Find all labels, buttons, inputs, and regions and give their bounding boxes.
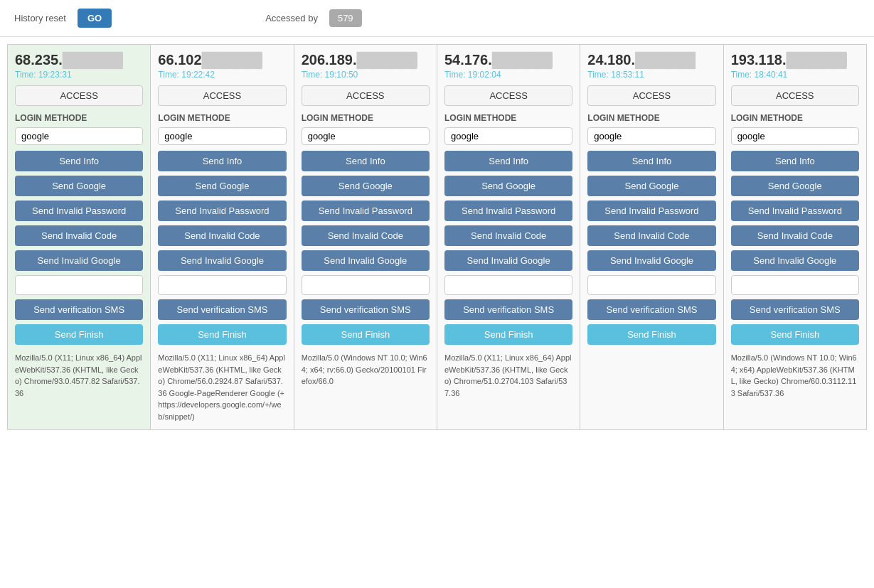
sms-input[interactable] xyxy=(302,275,430,295)
access-button[interactable]: ACCESS xyxy=(731,85,859,106)
ip-blurred: ██████ xyxy=(787,52,847,68)
send-verification-sms-button[interactable]: Send verification SMS xyxy=(731,299,859,320)
ip-blurred: ██████ xyxy=(635,52,696,68)
send-verification-sms-button[interactable]: Send verification SMS xyxy=(15,299,143,320)
go-button[interactable]: GO xyxy=(78,9,112,28)
send-finish-button[interactable]: Send Finish xyxy=(302,324,430,345)
login-method-input[interactable] xyxy=(15,127,143,145)
column-4: 24.180.██████ Time: 18:53:11 ACCESS LOGI… xyxy=(580,44,723,430)
send-invalid-code-button[interactable]: Send Invalid Code xyxy=(731,225,859,246)
send-finish-button[interactable]: Send Finish xyxy=(15,324,143,345)
ip-address: 206.189.██████ xyxy=(302,52,430,68)
send-info-button[interactable]: Send Info xyxy=(444,151,572,171)
time-label: Time: 19:22:42 xyxy=(158,70,286,80)
ip-blurred: ██████ xyxy=(357,52,417,68)
time-label: Time: 19:02:04 xyxy=(444,70,572,80)
send-google-button[interactable]: Send Google xyxy=(731,176,859,196)
send-google-button[interactable]: Send Google xyxy=(158,176,286,196)
login-methode-label: LOGIN METHODE xyxy=(587,113,715,123)
send-invalid-password-button[interactable]: Send Invalid Password xyxy=(158,201,286,221)
send-invalid-google-button[interactable]: Send Invalid Google xyxy=(15,250,143,271)
user-agent: Mozilla/5.0 (Windows NT 10.0; Win64; x64… xyxy=(731,352,859,399)
access-button[interactable]: ACCESS xyxy=(587,85,715,106)
send-google-button[interactable]: Send Google xyxy=(587,176,715,196)
ip-address: 68.235.██████ xyxy=(15,52,143,68)
send-invalid-google-button[interactable]: Send Invalid Google xyxy=(444,250,572,271)
sms-input[interactable] xyxy=(158,275,286,295)
send-finish-button[interactable]: Send Finish xyxy=(731,324,859,345)
send-finish-button[interactable]: Send Finish xyxy=(158,324,286,345)
send-invalid-code-button[interactable]: Send Invalid Code xyxy=(587,225,715,246)
send-info-button[interactable]: Send Info xyxy=(731,151,859,171)
send-google-button[interactable]: Send Google xyxy=(444,176,572,196)
send-invalid-code-button[interactable]: Send Invalid Code xyxy=(158,225,286,246)
send-invalid-password-button[interactable]: Send Invalid Password xyxy=(15,201,143,221)
sms-input[interactable] xyxy=(15,275,143,295)
user-agent: Mozilla/5.0 (X11; Linux x86_64) AppleWeb… xyxy=(158,352,286,422)
ip-blurred: ██████ xyxy=(63,52,123,68)
send-verification-sms-button[interactable]: Send verification SMS xyxy=(587,299,715,320)
send-invalid-code-button[interactable]: Send Invalid Code xyxy=(302,225,430,246)
login-method-input[interactable] xyxy=(302,127,430,145)
login-methode-label: LOGIN METHODE xyxy=(158,113,286,123)
send-finish-button[interactable]: Send Finish xyxy=(587,324,715,345)
login-methode-label: LOGIN METHODE xyxy=(444,113,572,123)
time-label: Time: 18:40:41 xyxy=(731,70,859,80)
send-verification-sms-button[interactable]: Send verification SMS xyxy=(444,299,572,320)
send-invalid-google-button[interactable]: Send Invalid Google xyxy=(158,250,286,271)
column-2: 206.189.██████ Time: 19:10:50 ACCESS LOG… xyxy=(294,44,437,430)
send-info-button[interactable]: Send Info xyxy=(587,151,715,171)
ip-address: 66.102██████ xyxy=(158,52,286,68)
send-invalid-password-button[interactable]: Send Invalid Password xyxy=(302,201,430,221)
send-invalid-password-button[interactable]: Send Invalid Password xyxy=(587,201,715,221)
login-method-input[interactable] xyxy=(444,127,572,145)
sms-input[interactable] xyxy=(587,275,715,295)
send-invalid-password-button[interactable]: Send Invalid Password xyxy=(444,201,572,221)
login-methode-label: LOGIN METHODE xyxy=(731,113,859,123)
ip-address: 193.118.██████ xyxy=(731,52,859,68)
time-label: Time: 19:10:50 xyxy=(302,70,430,80)
user-agent: Mozilla/5.0 (X11; Linux x86_64) AppleWeb… xyxy=(444,352,572,399)
column-1: 66.102██████ Time: 19:22:42 ACCESS LOGIN… xyxy=(151,44,294,430)
send-google-button[interactable]: Send Google xyxy=(302,176,430,196)
access-button[interactable]: ACCESS xyxy=(444,85,572,106)
send-info-button[interactable]: Send Info xyxy=(158,151,286,171)
sms-input[interactable] xyxy=(444,275,572,295)
send-invalid-password-button[interactable]: Send Invalid Password xyxy=(731,201,859,221)
send-finish-button[interactable]: Send Finish xyxy=(444,324,572,345)
history-reset-label: History reset xyxy=(14,13,66,23)
ip-blurred: ██████ xyxy=(202,52,262,68)
columns-container: 68.235.██████ Time: 19:23:31 ACCESS LOGI… xyxy=(0,37,874,437)
send-info-button[interactable]: Send Info xyxy=(15,151,143,171)
login-method-input[interactable] xyxy=(158,127,286,145)
send-invalid-google-button[interactable]: Send Invalid Google xyxy=(731,250,859,271)
login-method-input[interactable] xyxy=(587,127,715,145)
user-agent: Mozilla/5.0 (Windows NT 10.0; Win64; x64… xyxy=(302,352,430,387)
time-label: Time: 18:53:11 xyxy=(587,70,715,80)
column-3: 54.176.██████ Time: 19:02:04 ACCESS LOGI… xyxy=(437,44,580,430)
login-method-input[interactable] xyxy=(731,127,859,145)
sms-input[interactable] xyxy=(731,275,859,295)
access-count-badge: 579 xyxy=(329,9,362,27)
send-info-button[interactable]: Send Info xyxy=(302,151,430,171)
time-label: Time: 19:23:31 xyxy=(15,70,143,80)
ip-blurred: ██████ xyxy=(492,52,553,68)
login-methode-label: LOGIN METHODE xyxy=(15,113,143,123)
access-button[interactable]: ACCESS xyxy=(15,85,143,106)
send-invalid-google-button[interactable]: Send Invalid Google xyxy=(587,250,715,271)
send-invalid-google-button[interactable]: Send Invalid Google xyxy=(302,250,430,271)
ip-address: 24.180.██████ xyxy=(587,52,715,68)
send-invalid-code-button[interactable]: Send Invalid Code xyxy=(444,225,572,246)
access-button[interactable]: ACCESS xyxy=(158,85,286,106)
top-bar: History reset GO Accessed by 579 xyxy=(0,0,874,37)
access-button[interactable]: ACCESS xyxy=(302,85,430,106)
login-methode-label: LOGIN METHODE xyxy=(302,113,430,123)
user-agent: Mozilla/5.0 (X11; Linux x86_64) AppleWeb… xyxy=(15,352,143,399)
send-google-button[interactable]: Send Google xyxy=(15,176,143,196)
ip-address: 54.176.██████ xyxy=(444,52,572,68)
send-verification-sms-button[interactable]: Send verification SMS xyxy=(158,299,286,320)
column-5: 193.118.██████ Time: 18:40:41 ACCESS LOG… xyxy=(724,44,867,430)
send-verification-sms-button[interactable]: Send verification SMS xyxy=(302,299,430,320)
accessed-label: Accessed by xyxy=(265,13,318,23)
send-invalid-code-button[interactable]: Send Invalid Code xyxy=(15,225,143,246)
